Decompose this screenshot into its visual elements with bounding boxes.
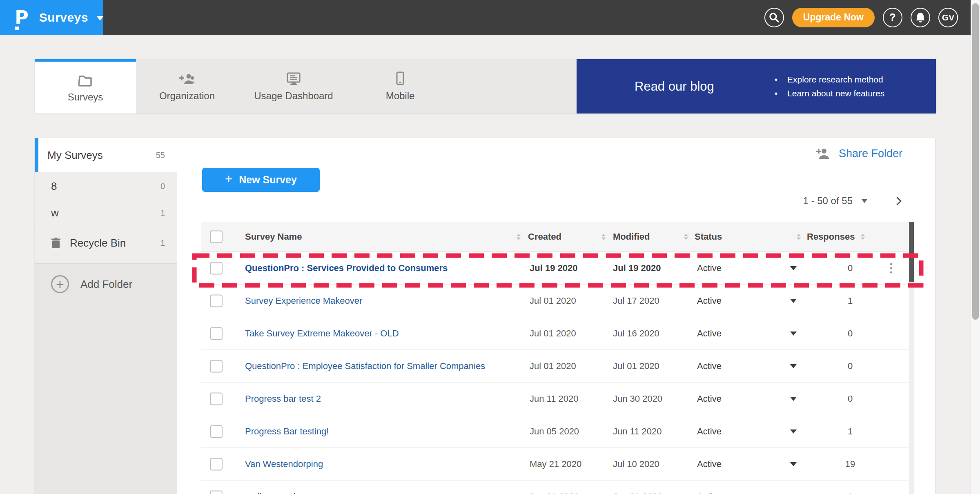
created-date: Jul 01 2020 bbox=[530, 361, 576, 372]
row-checkbox[interactable] bbox=[210, 490, 223, 494]
status-dropdown-caret[interactable] bbox=[790, 397, 797, 401]
survey-name-link[interactable]: mail test tool bbox=[245, 492, 296, 494]
notifications-button[interactable] bbox=[911, 8, 930, 27]
responses-count: 0 bbox=[830, 263, 871, 274]
new-survey-button[interactable]: + New Survey bbox=[202, 168, 320, 192]
row-checkbox[interactable] bbox=[210, 392, 223, 405]
status-value: Active bbox=[697, 426, 722, 437]
status-dropdown-caret[interactable] bbox=[790, 364, 797, 368]
help-button[interactable]: ? bbox=[883, 8, 902, 27]
tab-surveys[interactable]: Surveys bbox=[35, 59, 136, 113]
blog-title: Read our blog bbox=[635, 79, 714, 94]
table-scrollbar[interactable] bbox=[909, 222, 914, 494]
survey-name-link[interactable]: Van Westendorping bbox=[245, 459, 323, 470]
share-folder-link[interactable]: Share Folder bbox=[816, 145, 902, 162]
responses-count: 0 bbox=[830, 328, 871, 339]
sort-icon[interactable] bbox=[797, 234, 801, 240]
sort-icon[interactable] bbox=[861, 234, 865, 240]
survey-name-link[interactable]: Survey Experience Makeover bbox=[245, 296, 362, 306]
page-scrollbar-thumb[interactable] bbox=[972, 3, 979, 320]
tab-mobile[interactable]: Mobile bbox=[349, 59, 451, 113]
search-icon bbox=[769, 12, 780, 23]
sidebar-item-8[interactable]: 80 bbox=[35, 172, 177, 200]
responses-count: 1 bbox=[830, 492, 871, 494]
column-header-responses[interactable]: Responses bbox=[807, 231, 855, 242]
upgrade-button[interactable]: Upgrade Now bbox=[792, 8, 875, 27]
status-dropdown-caret[interactable] bbox=[790, 429, 797, 434]
dashboard-icon bbox=[286, 71, 301, 85]
nav-tabs-card: SurveysOrganizationUsage DashboardMobile… bbox=[35, 59, 936, 113]
folder-label: My Surveys bbox=[47, 149, 103, 162]
folder-count: 0 bbox=[160, 182, 165, 191]
modified-date: Jul 16 2020 bbox=[613, 328, 659, 339]
created-date: Jun 01 2020 bbox=[530, 492, 579, 494]
add-folder-button[interactable]: + Add Folder bbox=[35, 264, 177, 305]
avatar[interactable]: GV bbox=[938, 8, 958, 27]
table-row: mail test toolJun 01 2020Jun 01 2020Acti… bbox=[201, 481, 913, 494]
status-dropdown-caret[interactable] bbox=[790, 299, 797, 303]
modified-date: Jun 30 2020 bbox=[613, 394, 662, 404]
created-date: Jul 19 2020 bbox=[530, 263, 577, 274]
folder-name: My Surveys bbox=[47, 149, 103, 162]
sort-icon[interactable] bbox=[517, 234, 521, 240]
status-dropdown-caret[interactable] bbox=[790, 462, 797, 466]
table-row: Progress bar test 2Jun 11 2020Jun 30 202… bbox=[201, 383, 913, 415]
status-value: Active bbox=[697, 361, 722, 372]
row-checkbox[interactable] bbox=[210, 425, 223, 438]
topbar-actions: Upgrade Now ? GV bbox=[764, 0, 958, 35]
row-checkbox[interactable] bbox=[210, 327, 223, 340]
row-checkbox[interactable] bbox=[210, 294, 223, 307]
survey-name-link[interactable]: Progress bar test 2 bbox=[245, 394, 321, 404]
folders-sidebar: My Surveys5580w1Recycle Bin1 + Add Folde… bbox=[35, 138, 177, 494]
tab-label: Surveys bbox=[68, 91, 103, 103]
sidebar-item-my-surveys[interactable]: My Surveys55 bbox=[35, 138, 177, 172]
status-dropdown-caret[interactable] bbox=[790, 266, 797, 270]
modified-date: Jul 10 2020 bbox=[613, 459, 659, 470]
modified-date: Jun 01 2020 bbox=[613, 492, 662, 494]
share-user-icon bbox=[816, 147, 831, 160]
chevron-down-icon bbox=[96, 16, 104, 20]
folder-count: 1 bbox=[160, 208, 165, 218]
survey-name-link[interactable]: Take Survey Extreme Makeover - OLD bbox=[245, 328, 399, 339]
table-scrollbar-thumb[interactable] bbox=[909, 222, 914, 282]
next-page-button[interactable] bbox=[893, 196, 902, 205]
folder-count: 1 bbox=[160, 238, 165, 248]
tab-usage-dashboard[interactable]: Usage Dashboard bbox=[238, 59, 349, 113]
sort-icon[interactable] bbox=[684, 234, 688, 240]
status-value: Active bbox=[697, 492, 722, 494]
responses-count: 0 bbox=[830, 361, 871, 372]
table-row: QuestionPro : Employee Satisfaction for … bbox=[201, 350, 913, 383]
row-checkbox[interactable] bbox=[210, 458, 223, 470]
survey-name-link[interactable]: QuestionPro : Services Provided to Consu… bbox=[245, 263, 448, 274]
topbar: P Surveys Upgrade Now ? GV bbox=[0, 0, 980, 35]
plus-circle-icon: + bbox=[51, 275, 69, 293]
column-header-status[interactable]: Status bbox=[695, 231, 722, 242]
product-name: Surveys bbox=[39, 11, 88, 24]
search-button[interactable] bbox=[764, 8, 784, 27]
tab-organization[interactable]: Organization bbox=[136, 59, 238, 113]
page-scrollbar[interactable] bbox=[971, 0, 980, 494]
sidebar-item-recycle-bin[interactable]: Recycle Bin1 bbox=[35, 226, 177, 260]
row-checkbox[interactable] bbox=[210, 262, 223, 274]
status-dropdown-caret[interactable] bbox=[790, 332, 797, 336]
column-header-created[interactable]: Created bbox=[528, 231, 561, 242]
column-header-modified[interactable]: Modified bbox=[613, 231, 650, 242]
page-size-caret-icon[interactable] bbox=[862, 199, 867, 203]
table-row: Van WestendorpingMay 21 2020Jul 10 2020A… bbox=[201, 448, 913, 481]
blog-banner[interactable]: Read our blog Explore research methodLea… bbox=[577, 59, 936, 113]
row-menu-button[interactable] bbox=[890, 261, 892, 275]
table-row: QuestionPro : Services Provided to Consu… bbox=[201, 252, 913, 285]
add-folder-zone: + Add Folder bbox=[35, 263, 177, 494]
status-value: Active bbox=[697, 328, 722, 339]
row-checkbox[interactable] bbox=[210, 360, 223, 372]
survey-name-link[interactable]: Progress Bar testing! bbox=[245, 426, 329, 437]
table-row: Progress Bar testing!Jun 05 2020Jun 11 2… bbox=[201, 415, 913, 448]
sort-icon[interactable] bbox=[601, 234, 606, 240]
tab-label: Organization bbox=[159, 90, 215, 102]
sidebar-item-w[interactable]: w1 bbox=[35, 200, 177, 226]
column-header-survey-name[interactable]: Survey Name bbox=[245, 231, 302, 242]
product-switcher[interactable]: P Surveys bbox=[0, 0, 103, 35]
add-folder-label: Add Folder bbox=[80, 278, 132, 291]
select-all-checkbox[interactable] bbox=[210, 231, 223, 243]
survey-name-link[interactable]: QuestionPro : Employee Satisfaction for … bbox=[245, 361, 485, 372]
